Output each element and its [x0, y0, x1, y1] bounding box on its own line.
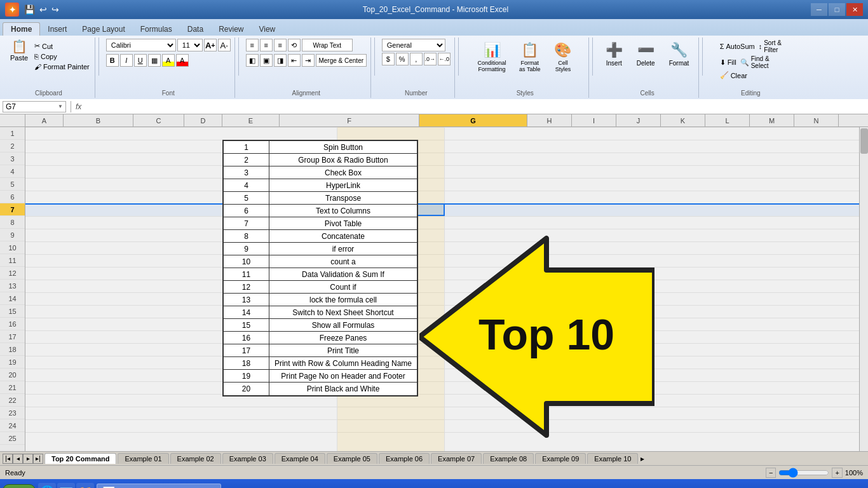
row-header-4[interactable]: 4 — [0, 165, 25, 178]
tab-review[interactable]: Review — [211, 23, 251, 36]
col-header-l[interactable]: L — [705, 114, 750, 126]
maximize-button[interactable]: □ — [829, 3, 845, 16]
align-right-button[interactable]: ◨ — [274, 54, 287, 67]
close-button[interactable]: ✕ — [846, 3, 863, 16]
vertical-scrollbar[interactable] — [859, 127, 868, 451]
font-size-selector[interactable]: 11 — [177, 39, 203, 51]
increase-font-button[interactable]: A+ — [204, 39, 217, 51]
row-header-1[interactable]: 1 — [0, 127, 25, 140]
increase-decimal-button[interactable]: .0→ — [424, 53, 437, 65]
conditional-formatting-button[interactable]: 📊 ConditionalFormatting — [473, 39, 511, 76]
fill-button[interactable]: ⬇ Fill — [719, 55, 738, 70]
col-header-a[interactable]: A — [25, 114, 64, 126]
row-header-24[interactable]: 24 — [0, 419, 25, 432]
sheet-tab-top20[interactable]: Top 20 Command — [44, 453, 116, 464]
autosum-button[interactable]: Σ AutoSum — [719, 39, 756, 54]
col-header-n[interactable]: N — [794, 114, 839, 126]
row-header-11[interactable]: 11 — [0, 254, 25, 267]
italic-button[interactable]: I — [120, 54, 133, 67]
col-header-i[interactable]: I — [572, 114, 616, 126]
orientation-button[interactable]: ⟲ — [288, 39, 301, 51]
cell-styles-button[interactable]: 🎨 CellStyles — [548, 39, 577, 76]
sheet-nav-last[interactable]: ▸| — [33, 454, 43, 464]
bold-button[interactable]: B — [106, 54, 119, 67]
row-header-10[interactable]: 10 — [0, 241, 25, 254]
tab-data[interactable]: Data — [180, 23, 211, 36]
sheet-nav-prev[interactable]: ◂ — [13, 454, 23, 464]
sheet-nav-next[interactable]: ▸ — [23, 454, 33, 464]
font-selector[interactable]: Calibri — [106, 39, 176, 51]
find-select-button[interactable]: 🔍 Find &Select — [739, 55, 771, 70]
row-header-15[interactable]: 15 — [0, 305, 25, 318]
redo-button[interactable]: ↪ — [50, 3, 60, 16]
col-header-m[interactable]: M — [750, 114, 794, 126]
row-header-7[interactable]: 7 — [0, 203, 25, 216]
zoom-slider[interactable] — [778, 468, 829, 478]
sheet-tab-ex01[interactable]: Example 01 — [118, 453, 168, 464]
tab-page-layout[interactable]: Page Layout — [74, 23, 132, 36]
row-header-8[interactable]: 8 — [0, 216, 25, 229]
taskbar-icon-ie[interactable]: 🌐 — [38, 483, 56, 488]
tab-view[interactable]: View — [251, 23, 283, 36]
sheet-tab-scroll-right[interactable]: ▸ — [641, 454, 644, 463]
merge-center-button[interactable]: Merge & Center — [316, 54, 367, 67]
row-header-5[interactable]: 5 — [0, 178, 25, 191]
font-color-button[interactable]: A — [176, 54, 189, 67]
insert-cells-button[interactable]: ➕ Insert — [600, 39, 628, 70]
percent-button[interactable]: % — [396, 53, 409, 65]
row-header-14[interactable]: 14 — [0, 292, 25, 305]
taskbar-icon-email[interactable]: 📧 — [57, 483, 75, 488]
start-button[interactable]: start — [3, 484, 36, 488]
save-button[interactable]: 💾 — [23, 3, 36, 16]
sheet-tab-ex08[interactable]: Example 08 — [483, 453, 534, 464]
sheet-tab-ex06[interactable]: Example 06 — [379, 453, 430, 464]
format-cells-button[interactable]: 🔧 Format — [663, 39, 695, 70]
row-header-21[interactable]: 21 — [0, 381, 25, 394]
paste-button[interactable]: 📋 Paste — [6, 39, 32, 63]
row-header-25[interactable]: 25 — [0, 432, 25, 445]
number-format-selector[interactable]: General — [382, 39, 445, 51]
sort-filter-button[interactable]: ↕ Sort &Filter — [757, 39, 783, 54]
scroll-thumb[interactable] — [860, 128, 868, 154]
zoom-out-button[interactable]: − — [766, 468, 776, 478]
col-header-d[interactable]: D — [184, 114, 222, 126]
copy-button[interactable]: ⎘ Copy — [33, 52, 91, 61]
align-top-left-button[interactable]: ≡ — [246, 39, 259, 51]
row-header-12[interactable]: 12 — [0, 267, 25, 280]
col-header-k[interactable]: K — [661, 114, 705, 126]
clear-button[interactable]: 🧹 Clear — [719, 71, 749, 80]
indent-increase-button[interactable]: ⇥ — [302, 54, 315, 67]
tab-formulas[interactable]: Formulas — [133, 23, 180, 36]
cut-button[interactable]: ✂ Cut — [33, 41, 91, 51]
sheet-tab-ex05[interactable]: Example 05 — [327, 453, 377, 464]
fill-color-button[interactable]: A — [162, 54, 175, 67]
sheet-tab-ex04[interactable]: Example 04 — [275, 453, 325, 464]
currency-button[interactable]: $ — [382, 53, 395, 65]
grid[interactable]: 1 Spin Button 2 Group Box & Radio Button… — [25, 127, 868, 451]
tab-insert[interactable]: Insert — [40, 23, 74, 36]
comma-button[interactable]: , — [410, 53, 423, 65]
row-header-23[interactable]: 23 — [0, 407, 25, 419]
align-left-button[interactable]: ◧ — [246, 54, 259, 67]
taskbar-icon-explorer[interactable]: 📁 — [76, 483, 94, 488]
row-header-3[interactable]: 3 — [0, 152, 25, 165]
sheet-tab-ex02[interactable]: Example 02 — [170, 453, 221, 464]
row-header-6[interactable]: 6 — [0, 191, 25, 203]
col-header-h[interactable]: H — [527, 114, 572, 126]
format-as-table-button[interactable]: 📋 Formatas Table — [513, 39, 546, 76]
decrease-font-button[interactable]: A- — [218, 39, 231, 51]
align-top-right-button[interactable]: ≡ — [274, 39, 287, 51]
decrease-decimal-button[interactable]: ←.0 — [438, 53, 451, 65]
align-center-button[interactable]: ▣ — [260, 54, 273, 67]
row-header-19[interactable]: 19 — [0, 356, 25, 369]
border-button[interactable]: ▦ — [148, 54, 161, 67]
sheet-tab-ex03[interactable]: Example 03 — [222, 453, 273, 464]
wrap-text-button[interactable]: Wrap Text — [302, 39, 353, 51]
row-header-18[interactable]: 18 — [0, 343, 25, 356]
row-header-22[interactable]: 22 — [0, 394, 25, 407]
row-header-16[interactable]: 16 — [0, 318, 25, 330]
col-header-c[interactable]: C — [133, 114, 184, 126]
indent-decrease-button[interactable]: ⇤ — [288, 54, 301, 67]
sheet-nav-first[interactable]: |◂ — [3, 454, 13, 464]
col-header-b[interactable]: B — [64, 114, 133, 126]
